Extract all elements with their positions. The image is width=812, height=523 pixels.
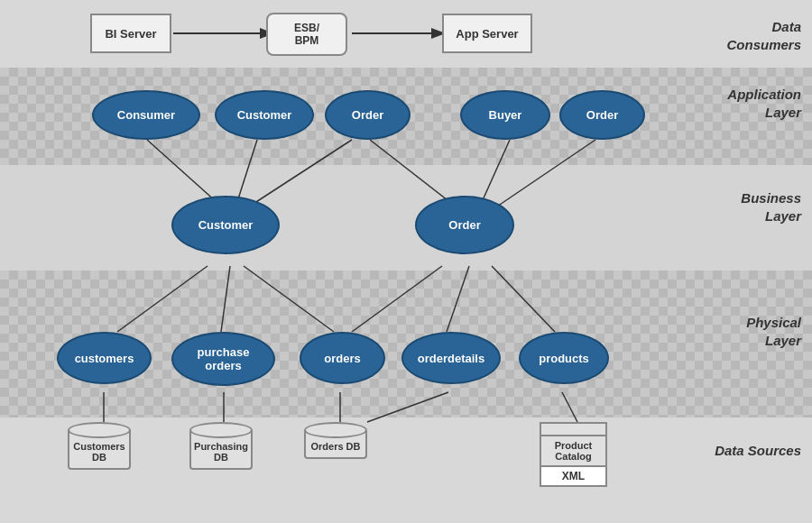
catalog-xml: XML [540, 467, 607, 487]
app-server-node: App Server [442, 14, 532, 53]
products-oval: products [519, 332, 609, 384]
purchasing-db-node: Purchasing DB [189, 422, 253, 470]
order-biz-oval: Order [415, 196, 514, 254]
purchasing-db-top [189, 422, 253, 438]
esb-bpm-node: ESB/BPM [266, 13, 347, 56]
application-label: ApplicationLayer [727, 86, 801, 121]
order-app-right-oval: Order [559, 90, 645, 140]
orders-db-node: Orders DB [304, 422, 367, 459]
physical-label: PhysicalLayer [746, 314, 801, 349]
orders-oval: orders [300, 332, 385, 384]
customers-physical-oval: customers [57, 332, 152, 384]
customers-db-node: Customers DB [68, 422, 131, 470]
bi-server-node: BI Server [90, 14, 171, 53]
customers-db-top [68, 422, 131, 438]
purchase-orders-oval: purchaseorders [171, 332, 275, 386]
catalog-top [540, 422, 607, 435]
datasources-label: Data Sources [715, 442, 801, 460]
customer-biz-oval: Customer [171, 196, 280, 254]
customer-app-oval: Customer [215, 90, 314, 140]
consumers-label: DataConsumers [726, 18, 801, 53]
buyer-oval: Buyer [460, 90, 550, 140]
consumer-oval: Consumer [92, 90, 200, 140]
order-app-left-oval: Order [325, 90, 411, 140]
product-catalog-node: ProductCatalog XML [540, 422, 607, 487]
orders-db-top [304, 422, 367, 438]
orderdetails-oval: orderdetails [401, 332, 501, 384]
business-layer [0, 165, 812, 273]
catalog-body: ProductCatalog [540, 435, 607, 467]
business-label: BusinessLayer [741, 189, 801, 225]
